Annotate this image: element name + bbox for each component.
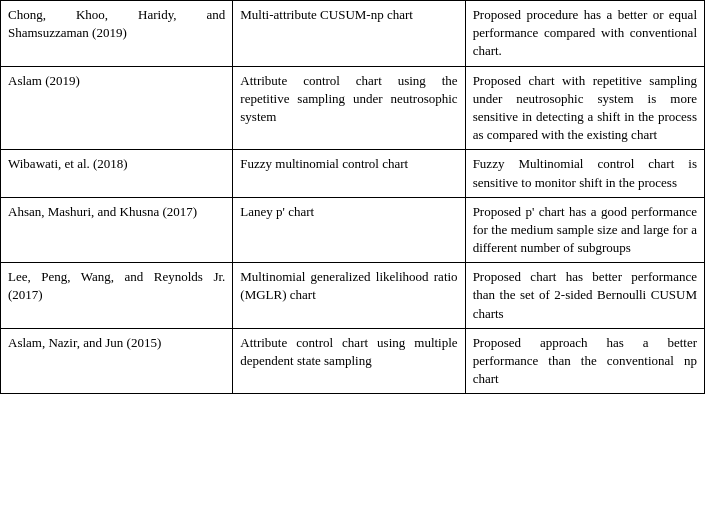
table-row: Aslam (2019)Attribute control chart usin…: [1, 66, 705, 150]
cell-r3-c0: Ahsan, Mashuri, and Khusna (2017): [1, 197, 233, 263]
literature-table: Chong, Khoo, Haridy, and Shamsuzzaman (2…: [0, 0, 705, 394]
cell-r1-c1: Attribute control chart using the repeti…: [233, 66, 465, 150]
cell-r5-c2: Proposed approach has a better performan…: [465, 328, 704, 394]
cell-r3-c2: Proposed p' chart has a good performance…: [465, 197, 704, 263]
table-row: Wibawati, et al. (2018)Fuzzy multinomial…: [1, 150, 705, 197]
cell-r0-c0: Chong, Khoo, Haridy, and Shamsuzzaman (2…: [1, 1, 233, 67]
cell-r0-c1: Multi-attribute CUSUM-np chart: [233, 1, 465, 67]
cell-r5-c1: Attribute control chart using multiple d…: [233, 328, 465, 394]
cell-r1-c0: Aslam (2019): [1, 66, 233, 150]
table-row: Chong, Khoo, Haridy, and Shamsuzzaman (2…: [1, 1, 705, 67]
cell-r0-c2: Proposed procedure has a better or equal…: [465, 1, 704, 67]
main-table-container: Chong, Khoo, Haridy, and Shamsuzzaman (2…: [0, 0, 705, 530]
cell-r2-c2: Fuzzy Multinomial control chart is sensi…: [465, 150, 704, 197]
cell-r3-c1: Laney p' chart: [233, 197, 465, 263]
cell-r2-c0: Wibawati, et al. (2018): [1, 150, 233, 197]
cell-r4-c2: Proposed chart has better performance th…: [465, 263, 704, 329]
table-row: Lee, Peng, Wang, and Reynolds Jr. (2017)…: [1, 263, 705, 329]
table-row: Ahsan, Mashuri, and Khusna (2017)Laney p…: [1, 197, 705, 263]
cell-r2-c1: Fuzzy multinomial control chart: [233, 150, 465, 197]
cell-r4-c1: Multinomial generalized likelihood ratio…: [233, 263, 465, 329]
table-row: Aslam, Nazir, and Jun (2015)Attribute co…: [1, 328, 705, 394]
cell-r5-c0: Aslam, Nazir, and Jun (2015): [1, 328, 233, 394]
cell-r4-c0: Lee, Peng, Wang, and Reynolds Jr. (2017): [1, 263, 233, 329]
cell-r1-c2: Proposed chart with repetitive sampling …: [465, 66, 704, 150]
